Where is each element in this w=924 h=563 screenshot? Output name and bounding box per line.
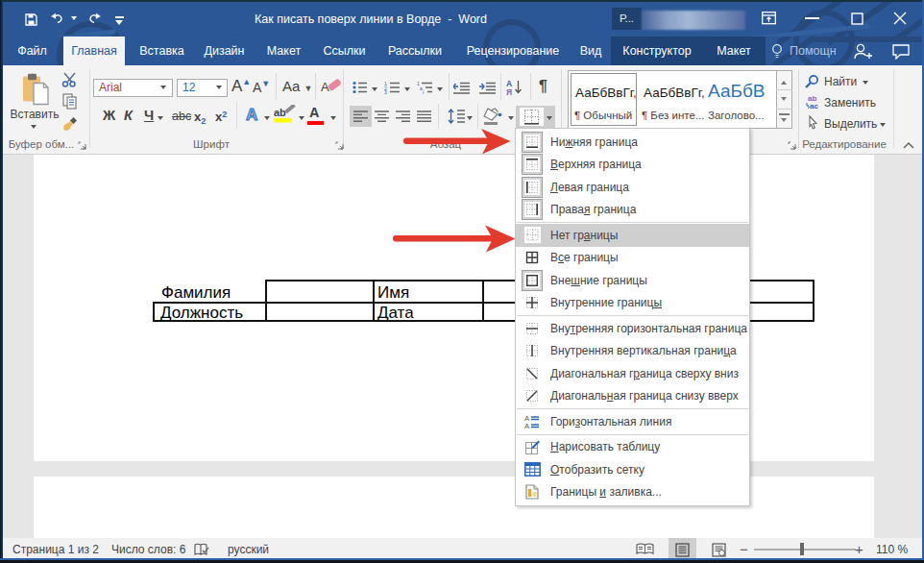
svg-text:i: i xyxy=(423,89,424,94)
svg-text:Я: Я xyxy=(506,87,512,96)
svg-text:3: 3 xyxy=(384,89,387,94)
svg-text:ab: ab xyxy=(274,107,286,118)
svg-text:A: A xyxy=(524,422,529,429)
svg-text:A: A xyxy=(321,80,329,94)
svg-text:ac: ac xyxy=(810,102,818,110)
